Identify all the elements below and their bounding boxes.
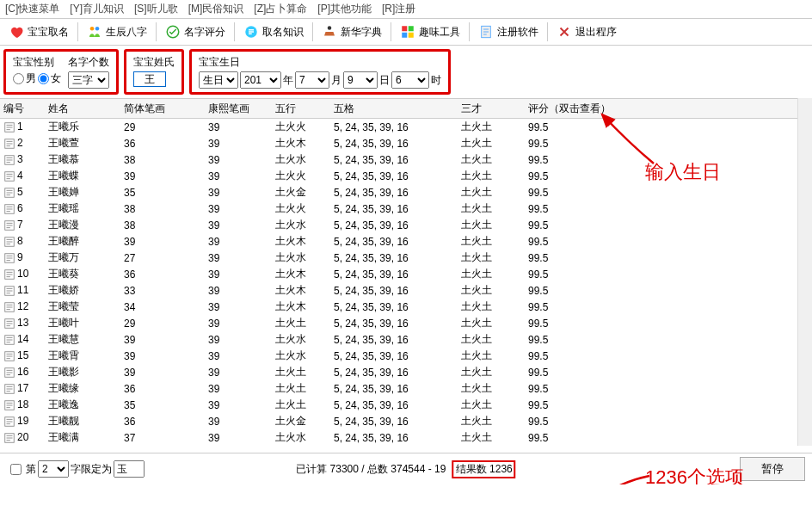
table-row[interactable]: 13王曦叶2939土火土5, 24, 35, 39, 16土火土99.5 bbox=[0, 315, 812, 331]
toolbar-separator bbox=[312, 22, 313, 41]
menu-item[interactable]: [P]其他功能 bbox=[317, 2, 372, 16]
status-text: 已计算 73300 / 总数 374544 - 19 bbox=[296, 462, 446, 477]
column-header[interactable]: 五格 bbox=[330, 102, 458, 116]
pause-button[interactable]: 暂停 bbox=[740, 457, 805, 481]
label-hour: 时 bbox=[431, 73, 441, 88]
results-grid: 编号姓名简体笔画康熙笔画五行五格三才评分（双击查看） 1王曦乐2939土火火5,… bbox=[0, 98, 812, 446]
table-row[interactable]: 14王曦慧3939土火水5, 24, 35, 39, 16土火土99.5 bbox=[0, 331, 812, 348]
count-title: 名字个数 bbox=[68, 55, 109, 70]
menubar: [C]快速菜单[Y]育儿知识[S]听儿歌[M]民俗知识[Z]占卜算命[P]其他功… bbox=[0, 0, 812, 18]
birthday-month-select[interactable]: 7 bbox=[295, 71, 329, 89]
surname-title: 宝宝姓氏 bbox=[133, 55, 175, 70]
surname-input[interactable] bbox=[133, 71, 166, 87]
svg-rect-5 bbox=[402, 26, 407, 31]
toolbar-exit[interactable]: 退出程序 bbox=[551, 21, 622, 43]
toolbar-separator bbox=[156, 22, 157, 41]
result-count-box: 结果数 1236 bbox=[452, 460, 516, 478]
table-row[interactable]: 20王曦满3739土火水5, 24, 35, 39, 16土火土99.5 bbox=[0, 429, 812, 446]
svg-point-0 bbox=[90, 27, 95, 31]
table-row[interactable]: 19王曦靓3639土火金5, 24, 35, 39, 16土火土99.5 bbox=[0, 413, 812, 429]
column-header[interactable]: 五行 bbox=[272, 102, 330, 116]
column-header[interactable]: 姓名 bbox=[45, 102, 120, 116]
birthday-type-select[interactable]: 生日 bbox=[199, 71, 238, 89]
column-header[interactable]: 编号 bbox=[0, 102, 45, 116]
gender-female-option[interactable]: 女 bbox=[38, 71, 61, 86]
menu-item[interactable]: [M]民俗知识 bbox=[188, 2, 244, 16]
svg-point-4 bbox=[328, 26, 332, 30]
surname-panel: 宝宝姓氏 bbox=[124, 49, 184, 95]
column-header[interactable]: 三才 bbox=[458, 102, 525, 116]
table-row[interactable]: 17王曦缘3639土火土5, 24, 35, 39, 16土火土99.5 bbox=[0, 380, 812, 397]
limit-char-input[interactable] bbox=[114, 460, 145, 478]
toolbar-naming[interactable]: 宝宝取名 bbox=[3, 21, 74, 43]
menu-item[interactable]: [R]注册 bbox=[382, 2, 415, 16]
toolbar-knowledge[interactable]: 取名知识 bbox=[238, 21, 309, 43]
table-row[interactable]: 8王曦醉3939土火木5, 24, 35, 39, 16土火土99.5 bbox=[0, 233, 812, 250]
table-row[interactable]: 4王曦蝶3939土火火5, 24, 35, 39, 16土火土99.5 bbox=[0, 168, 812, 184]
scrollbar[interactable] bbox=[797, 98, 812, 446]
table-row[interactable]: 11王曦娇3339土火木5, 24, 35, 39, 16土火土99.5 bbox=[0, 282, 812, 299]
table-row[interactable]: 5王曦婵3539土火金5, 24, 35, 39, 16土火土99.5 bbox=[0, 184, 812, 200]
menu-item[interactable]: [Y]育儿知识 bbox=[70, 2, 124, 16]
toolbar-register[interactable]: 注册软件 bbox=[473, 21, 544, 43]
grid-header: 编号姓名简体笔画康熙笔画五行五格三才评分（双击查看） bbox=[0, 99, 812, 119]
table-row[interactable]: 16王曦影3939土火土5, 24, 35, 39, 16土火土99.5 bbox=[0, 364, 812, 380]
column-header[interactable]: 评分（双击查看） bbox=[525, 102, 635, 116]
label-day: 日 bbox=[379, 73, 390, 88]
label-limit: 字限定为 bbox=[71, 462, 112, 477]
table-row[interactable]: 18王曦逸3539土火土5, 24, 35, 39, 16土火土99.5 bbox=[0, 397, 812, 413]
label-page: 第 bbox=[26, 462, 36, 477]
table-row[interactable]: 6王曦瑶3839土火火5, 24, 35, 39, 16土火土99.5 bbox=[0, 200, 812, 217]
menu-item[interactable]: [C]快速菜单 bbox=[5, 2, 59, 16]
gender-male-option[interactable]: 男 bbox=[13, 71, 36, 86]
toolbar-separator bbox=[234, 22, 235, 41]
column-header[interactable]: 康熙笔画 bbox=[205, 102, 272, 116]
label-male: 男 bbox=[26, 72, 36, 84]
table-row[interactable]: 7王曦漫3839土火水5, 24, 35, 39, 16土火土99.5 bbox=[0, 217, 812, 233]
table-row[interactable]: 15王曦霄3939土火水5, 24, 35, 39, 16土火土99.5 bbox=[0, 348, 812, 364]
label-year: 年 bbox=[283, 73, 293, 88]
bottom-bar: 第 2 字限定为 已计算 73300 / 总数 374544 - 19 结果数 … bbox=[0, 453, 812, 484]
label-month: 月 bbox=[331, 73, 341, 88]
birthday-title: 宝宝生日 bbox=[199, 55, 441, 70]
name-count-select[interactable]: 三字 bbox=[68, 71, 109, 89]
svg-rect-8 bbox=[409, 33, 414, 38]
gender-count-panel: 宝宝性别 男 女 名字个数 三字 bbox=[3, 49, 119, 95]
toolbar-separator bbox=[77, 22, 78, 41]
results-area: 编号姓名简体笔画康熙笔画五行五格三才评分（双击查看） 1王曦乐2939土火火5,… bbox=[0, 98, 812, 446]
toolbar: 宝宝取名生辰八字名字评分取名知识新华字典趣味工具注册软件退出程序 bbox=[0, 18, 812, 46]
table-row[interactable]: 1王曦乐2939土火火5, 24, 35, 39, 16土火土99.5 bbox=[0, 119, 812, 135]
toolbar-bazi[interactable]: 生辰八字 bbox=[82, 21, 152, 43]
menu-item[interactable]: [Z]占卜算命 bbox=[254, 2, 307, 16]
page-select[interactable]: 2 bbox=[38, 460, 69, 478]
toolbar-separator bbox=[469, 22, 470, 41]
toolbar-dict[interactable]: 新华字典 bbox=[317, 21, 387, 43]
menu-item[interactable]: [S]听儿歌 bbox=[134, 2, 178, 16]
svg-point-1 bbox=[95, 27, 100, 31]
birthday-hour-select[interactable]: 6 bbox=[391, 71, 429, 89]
svg-rect-7 bbox=[402, 33, 407, 38]
toolbar-score[interactable]: 名字评分 bbox=[160, 21, 231, 43]
table-row[interactable]: 2王曦萱3639土火木5, 24, 35, 39, 16土火土99.5 bbox=[0, 135, 812, 151]
birthday-year-select[interactable]: 201 bbox=[240, 71, 281, 89]
limit-checkbox[interactable] bbox=[10, 464, 22, 475]
birthday-panel: 宝宝生日 生日 201 年 7 月 9 日 6 时 bbox=[189, 49, 451, 95]
settings-row: 宝宝性别 男 女 名字个数 三字 宝宝姓氏 宝宝生日 生日 bbox=[0, 46, 812, 98]
toolbar-tools[interactable]: 趣味工具 bbox=[395, 21, 465, 43]
gender-title: 宝宝性别 bbox=[13, 55, 61, 70]
toolbar-separator bbox=[547, 22, 548, 41]
table-row[interactable]: 12王曦莹3439土火木5, 24, 35, 39, 16土火土99.5 bbox=[0, 299, 812, 315]
svg-rect-6 bbox=[409, 26, 414, 31]
table-row[interactable]: 3王曦慕3839土火水5, 24, 35, 39, 16土火土99.5 bbox=[0, 151, 812, 168]
label-female: 女 bbox=[51, 72, 61, 84]
table-row[interactable]: 10王曦葵3639土火木5, 24, 35, 39, 16土火土99.5 bbox=[0, 266, 812, 282]
toolbar-separator bbox=[391, 22, 391, 41]
birthday-day-select[interactable]: 9 bbox=[343, 71, 378, 89]
column-header[interactable]: 简体笔画 bbox=[120, 102, 205, 116]
table-row[interactable]: 9王曦万2739土火水5, 24, 35, 39, 16土火土99.5 bbox=[0, 250, 812, 266]
